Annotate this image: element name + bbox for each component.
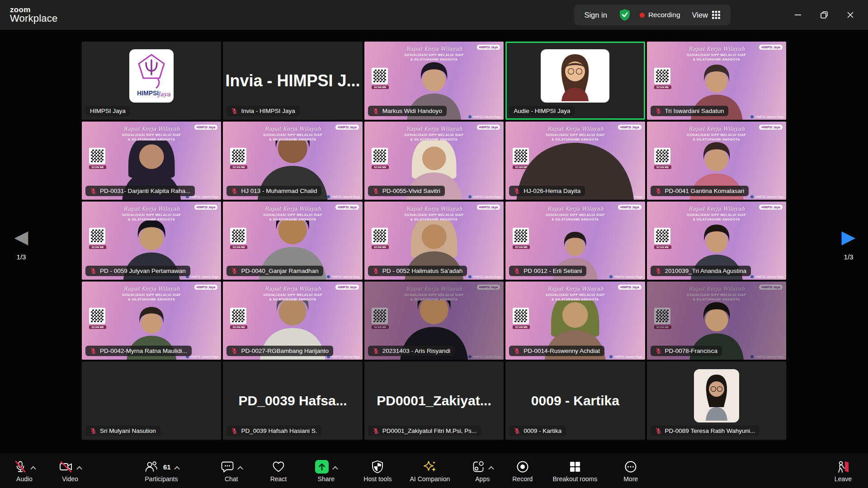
participant-name: PD-0041 Gantina Komalasari (665, 188, 745, 194)
sign-in-button[interactable]: Sign in (581, 9, 609, 21)
participants-count-badge: 61 (163, 463, 171, 471)
chevron-up-icon[interactable] (30, 466, 36, 472)
participant-name-chip: 0009 - Kartika (509, 426, 566, 436)
apps-button[interactable]: Apps (472, 459, 493, 483)
participant-tile[interactable]: HIMPSI Jaya HIMPSI Jaya (82, 42, 221, 120)
page-indicator-right: 1/3 (833, 253, 864, 261)
participant-name: Sri Mulyani Nasution (100, 427, 156, 434)
participants-button[interactable]: 61 Participants (144, 459, 179, 483)
participant-tile[interactable]: Rapat Kerja Wilayah SOSIALISASI SIPP MEL… (647, 282, 786, 360)
security-shield-button[interactable] (619, 9, 631, 21)
illustrated-portrait (548, 51, 602, 101)
participant-tile[interactable]: PD-0089 Teresa Ratih Wahyuni... (647, 361, 786, 440)
react-heart-icon (272, 460, 285, 474)
participant-tile[interactable]: Rapat Kerja Wilayah SOSIALISASI SIPP MEL… (647, 202, 786, 280)
participant-name-chip: PD - 0059 Julyvan Pertamawan (85, 266, 190, 276)
muted-mic-icon (655, 347, 662, 354)
vbg-subtitle-1: SOSIALISASI SIPP MELALUI SIAP (82, 293, 221, 296)
previous-page-arrow[interactable]: ◀ (14, 228, 28, 246)
leave-button[interactable]: Leave (835, 459, 852, 483)
participant-tile[interactable]: Rapat Kerja Wilayah SOSIALISASI SIPP MEL… (223, 122, 362, 200)
participant-tile[interactable]: Rapat Kerja Wilayah SOSIALISASI SIPP MEL… (647, 122, 786, 200)
muted-mic-icon (231, 108, 238, 114)
chevron-up-icon[interactable] (332, 466, 338, 472)
leave-door-icon (836, 460, 850, 474)
participant-tile[interactable]: Rapat Kerja Wilayah SOSIALISASI SIPP MEL… (82, 122, 221, 200)
participant-tile[interactable]: Rapat Kerja Wilayah SOSIALISASI SIPP MEL… (82, 202, 221, 280)
participant-name-chip: PD-0040_Ganjar Ramadhan (226, 266, 323, 276)
participant-name-chip: 20231403 - Aris Risyandi (368, 346, 455, 356)
view-button[interactable]: View (689, 9, 723, 21)
ai-companion-button[interactable]: AI Companion (410, 459, 450, 483)
participant-tile[interactable]: Rapat Kerja Wilayah SOSIALISASI SIPP MEL… (505, 122, 645, 200)
participant-name-chip: HJ-026-Hema Dayita (509, 186, 585, 196)
muted-microphone-icon (14, 460, 27, 474)
participant-tile[interactable]: Rapat Kerja Wilayah SOSIALISASI SIPP MEL… (505, 202, 645, 280)
chevron-up-icon[interactable] (76, 466, 82, 472)
next-page-arrow[interactable]: ▶ (842, 228, 856, 246)
participant-tile[interactable]: Rapat Kerja Wilayah SOSIALISASI SIPP MEL… (82, 282, 221, 360)
restore-button[interactable] (811, 4, 837, 26)
muted-mic-icon (655, 427, 662, 434)
muted-mic-icon (373, 427, 379, 434)
participant-tile[interactable]: Rapat Kerja Wilayah SOSIALISASI SIPP MEL… (647, 42, 786, 120)
host-tools-button[interactable]: Host tools (363, 459, 392, 483)
himpsi-jaya-badge: HIMPSI Jaya (759, 205, 783, 210)
participant-tile[interactable]: Rapat Kerja Wilayah SOSIALISASI SIPP MEL… (364, 122, 504, 200)
chevron-up-icon[interactable] (237, 466, 243, 472)
recording-indicator[interactable]: Recording (640, 11, 680, 19)
participant-tile[interactable]: 0009 - Kartika 0009 - Kartika (505, 361, 645, 440)
participant-name: PD - 0052 Halimatus Sa'adah (382, 267, 462, 274)
participant-name-chip: Markus Widi Handoyo (368, 106, 447, 116)
participant-name: PD0001_Zakiyatul Fitri M.Psi, Ps... (382, 427, 477, 434)
participant-tile[interactable]: Rapat Kerja Wilayah SOSIALISASI SIPP MEL… (364, 42, 504, 120)
toolbar-item-label: Audio (16, 475, 33, 483)
vbg-subtitle-1: SOSIALISASI SIPP MELALUI SIAP (505, 133, 645, 136)
minimize-button[interactable] (785, 4, 811, 26)
zoom-meeting-window: zoom Workplace Sign in Recording View (0, 0, 868, 488)
share-screen-icon (315, 460, 329, 474)
breakout-rooms-button[interactable]: Breakout rooms (552, 459, 597, 483)
teresa-photo-card (694, 369, 739, 422)
muted-mic-icon (231, 427, 238, 434)
participant-tile[interactable]: Rapat Kerja Wilayah SOSIALISASI SIPP MEL… (364, 202, 504, 280)
participant-tile[interactable]: Rapat Kerja Wilayah SOSIALISASI SIPP MEL… (223, 202, 362, 280)
close-icon (846, 11, 854, 19)
chat-button[interactable]: Chat (221, 459, 242, 483)
react-button[interactable]: React (270, 459, 287, 483)
participant-tile[interactable]: PD_0039 Hafsa... PD_0039 Hafsah Hasiani … (223, 361, 362, 440)
muted-mic-icon (90, 267, 97, 274)
participant-name: PD-0040_Ganjar Ramadhan (241, 267, 318, 274)
himpsi-psi-logo: HIMPSI Jaya (132, 52, 170, 100)
vbg-subtitle-1: SOSIALISASI SIPP MELALUI SIAP (647, 213, 786, 216)
participant-tile[interactable]: Invia - HIMPSI J... Invia - HIMPSI Jaya (223, 42, 362, 120)
participant-name: PD - 0059 Julyvan Pertamawan (100, 267, 186, 274)
toolbar-item-label: Chat (225, 475, 238, 483)
record-button[interactable]: Record (512, 459, 533, 483)
participant-name-chip: 2010039_Tri Ananda Agustina (651, 266, 751, 276)
participant-tile[interactable]: Audie - HIMPSI Jaya (505, 42, 645, 120)
gallery-grid-icon (712, 10, 721, 19)
more-button[interactable]: More (623, 459, 638, 483)
chevron-up-icon[interactable] (174, 466, 180, 472)
himpsi-jaya-badge: HIMPSI Jaya (477, 205, 500, 210)
participants-icon (144, 460, 158, 474)
himpsi-jaya-badge: HIMPSI Jaya (759, 285, 783, 290)
close-button[interactable] (837, 4, 863, 26)
share-button[interactable]: Share (315, 459, 337, 483)
himpsi-jaya-badge: HIMPSI Jaya (335, 125, 359, 130)
muted-mic-icon (90, 347, 97, 354)
top-bar: zoom Workplace Sign in Recording View (0, 0, 868, 30)
toolbar-item-label: Host tools (363, 475, 392, 483)
participant-name: PD-0031- Darjanti Kalpita Raha... (100, 188, 190, 194)
video-button[interactable]: Video (59, 459, 81, 483)
participant-tile[interactable]: Rapat Kerja Wilayah SOSIALISASI SIPP MEL… (223, 282, 362, 360)
participant-tile[interactable]: Rapat Kerja Wilayah SOSIALISASI SIPP MEL… (364, 282, 504, 360)
audio-button[interactable]: Audio (14, 459, 35, 483)
participant-tile[interactable]: Rapat Kerja Wilayah SOSIALISASI SIPP MEL… (505, 282, 645, 360)
participant-tile[interactable]: PD0001_Zakiyat... PD0001_Zakiyatul Fitri… (364, 361, 504, 440)
participant-name-chip: PD-0089 Teresa Ratih Wahyuni... (651, 426, 760, 436)
participant-name-chip: HJ 013 - Muhammad Chalid (226, 186, 321, 196)
chevron-up-icon[interactable] (488, 466, 494, 472)
participant-tile[interactable]: Sri Mulyani Nasution (82, 361, 221, 440)
